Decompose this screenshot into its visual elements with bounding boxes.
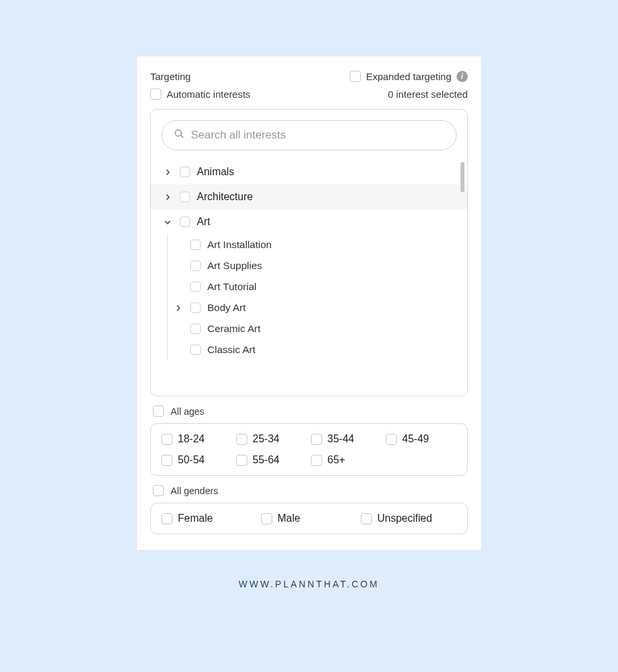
tree-item-art-supplies[interactable]: Art Supplies <box>168 255 467 276</box>
tree-checkbox[interactable] <box>180 192 190 202</box>
footer-link[interactable]: WWW.PLANNTHAT.COM <box>239 579 379 589</box>
search-input[interactable] <box>191 129 444 142</box>
tree-checkbox[interactable] <box>190 303 201 313</box>
tree-label: Body Art <box>207 302 246 314</box>
gender-option-female[interactable]: Female <box>161 513 257 524</box>
age-option-25-34[interactable]: 25-34 <box>236 433 307 445</box>
checkbox[interactable] <box>386 434 397 445</box>
gender-option-male[interactable]: Male <box>261 513 357 524</box>
expanded-targeting-checkbox[interactable] <box>350 71 361 82</box>
checkbox[interactable] <box>311 455 322 466</box>
header-row: Targeting Expanded targeting i <box>150 71 468 82</box>
tree-checkbox[interactable] <box>190 345 201 355</box>
interests-tree: Animals Architecture Art <box>151 159 467 390</box>
tree-checkbox[interactable] <box>190 324 201 334</box>
tree-label: Architecture <box>197 191 253 203</box>
expanded-targeting-group: Expanded targeting i <box>350 71 468 82</box>
targeting-panel: Targeting Expanded targeting i Automatic… <box>137 56 481 550</box>
chevron-down-icon[interactable] <box>161 218 173 226</box>
tree-item-ceramic-art[interactable]: Ceramic Art <box>168 318 467 339</box>
gender-option-unspecified[interactable]: Unspecified <box>361 513 457 524</box>
interests-box: Animals Architecture Art <box>150 109 468 396</box>
tree-item-architecture[interactable]: Architecture <box>151 184 467 209</box>
ages-options: 18-24 25-34 35-44 45-49 50-54 55-64 65+ <box>150 423 468 476</box>
tree-checkbox[interactable] <box>190 240 201 250</box>
checkbox[interactable] <box>161 455 173 466</box>
panel-title: Targeting <box>150 71 191 82</box>
tree-item-art-installation[interactable]: Art Installation <box>168 234 467 255</box>
auto-interests-group: Automatic interests <box>150 89 251 100</box>
scrollbar-thumb[interactable] <box>461 162 464 192</box>
tree-label: Ceramic Art <box>207 323 260 335</box>
tree-checkbox[interactable] <box>190 282 201 292</box>
sub-header-row: Automatic interests 0 interest selected <box>150 89 468 100</box>
age-option-65plus[interactable]: 65+ <box>311 454 382 466</box>
tree-label: Art Supplies <box>207 260 262 272</box>
tree-item-art[interactable]: Art <box>151 209 467 234</box>
checkbox[interactable] <box>311 434 322 445</box>
all-genders-group: All genders <box>150 476 468 503</box>
tree-item-art-tutorial[interactable]: Art Tutorial <box>168 276 467 297</box>
age-option-45-49[interactable]: 45-49 <box>386 433 457 445</box>
tree-item-classic-art[interactable]: Classic Art <box>168 339 467 360</box>
age-option-50-54[interactable]: 50-54 <box>161 454 232 466</box>
chevron-right-icon[interactable] <box>161 168 173 177</box>
all-genders-label: All genders <box>171 486 218 496</box>
checkbox[interactable] <box>261 513 272 524</box>
chevron-right-icon[interactable] <box>161 193 173 201</box>
checkbox[interactable] <box>236 434 247 445</box>
checkbox[interactable] <box>161 434 173 445</box>
tree-item-animals[interactable]: Animals <box>151 159 467 184</box>
all-ages-checkbox[interactable] <box>153 406 164 417</box>
tree-checkbox[interactable] <box>180 167 190 177</box>
tree-item-body-art[interactable]: Body Art <box>168 297 467 318</box>
checkbox[interactable] <box>236 455 247 466</box>
info-icon[interactable]: i <box>457 71 468 82</box>
age-option-18-24[interactable]: 18-24 <box>161 433 232 445</box>
tree-label: Animals <box>197 166 234 178</box>
tree-label: Classic Art <box>207 344 255 356</box>
search-icon <box>174 129 184 142</box>
tree-checkbox[interactable] <box>180 217 190 227</box>
all-ages-label: All ages <box>171 406 205 417</box>
chevron-right-icon[interactable] <box>172 304 184 312</box>
tree-label: Art Installation <box>207 239 272 251</box>
all-genders-checkbox[interactable] <box>153 485 164 496</box>
selected-count: 0 interest selected <box>388 89 468 100</box>
auto-interests-label: Automatic interests <box>167 89 251 100</box>
tree-label: Art Tutorial <box>207 281 257 293</box>
gender-options: Female Male Unspecified <box>150 503 468 534</box>
tree-label: Art <box>197 216 210 228</box>
search-field[interactable] <box>161 120 457 150</box>
expanded-targeting-label: Expanded targeting <box>366 71 451 82</box>
checkbox[interactable] <box>161 513 173 524</box>
all-ages-group: All ages <box>150 396 468 423</box>
tree-children-art: Art Installation Art Supplies Art Tutori… <box>167 234 467 360</box>
age-option-55-64[interactable]: 55-64 <box>236 454 307 466</box>
age-option-35-44[interactable]: 35-44 <box>311 433 382 445</box>
auto-interests-checkbox[interactable] <box>150 89 161 100</box>
checkbox[interactable] <box>361 513 372 524</box>
tree-checkbox[interactable] <box>190 261 201 271</box>
